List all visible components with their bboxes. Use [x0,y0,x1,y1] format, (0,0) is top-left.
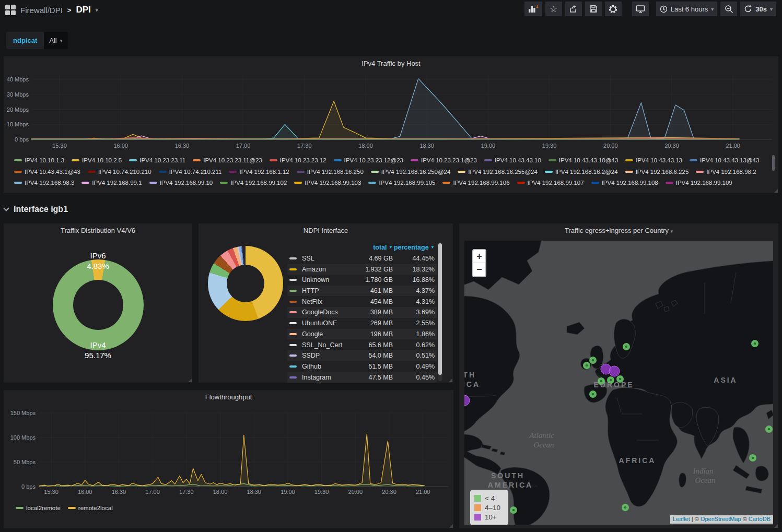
star-button[interactable]: ☆ [545,1,563,17]
panel-title[interactable]: NDPI Interface [199,227,453,234]
table-row[interactable]: Instagram47.5 MB0.45% [287,372,437,383]
legend-item[interactable]: IPV4 10.43.43.13 [625,155,682,165]
legend-item[interactable]: IPV4 10.43.43.13@43 [690,155,759,165]
legend-item[interactable]: IPV4 10.43.43.10 [484,155,541,165]
legend-item[interactable]: IPV4 10.43.43.10@43 [548,155,618,165]
legend-item[interactable]: IPV4 10.23.23.12 [270,155,326,165]
settings-button[interactable] [604,1,622,17]
legend-item[interactable]: IPV4 192.168.16.250@24 [371,167,451,176]
legend-item[interactable]: IPV4 192.168.6.225 [625,167,689,176]
country-marker-green [749,454,756,462]
legend-item[interactable]: IPV4 192.168.99.1 [81,178,142,188]
legend-item[interactable]: IPV4 192.168.99.11@23 [306,189,381,192]
table-row[interactable]: SSL_No_Cert65.6 MB0.62% [287,339,437,350]
world-map[interactable]: EUROPEASIAAFRICASOUTHAMERICANORTHAMERICA… [464,241,773,525]
series-color-swatch [371,171,379,173]
series-color-swatch [16,507,24,509]
legend-item[interactable]: IPV4 192.168.99.102 [220,178,287,188]
legend-item[interactable]: IPV4 192.168.99.109 [666,178,732,188]
table-row[interactable]: NetFlix454 MB4.31% [287,296,437,307]
dashboard-title[interactable]: DPI [76,5,90,15]
row-header-interface-igb1[interactable]: Interface igb1 [4,203,68,216]
legend-item[interactable]: IPV4 192.168.98.3 [14,178,74,188]
panel-title[interactable]: IPv4 Traffic by Host [4,60,778,67]
cartodb-link[interactable]: CartoDB [749,516,771,522]
panel-title[interactable]: Flowthroughput [4,393,453,401]
breadcrumb-folder[interactable]: Firewall/DPI [20,6,63,15]
template-variable-ndpicat[interactable]: ndpicat All▾ [6,32,68,49]
share-button[interactable] [565,1,582,17]
table-scrollbar-thumb[interactable] [438,243,442,375]
table-row[interactable]: Github51.5 MB0.49% [287,361,437,372]
table-row[interactable]: SSL4.69 GB44.45% [287,253,437,264]
table-row[interactable]: HTTP461 MB4.37% [287,286,437,297]
save-button[interactable] [585,1,602,17]
legend-item[interactable]: IPV4 192.168.99.115 [85,189,151,192]
legend-item[interactable]: IPV4 192.168.1.12 [229,167,289,176]
legend-scrollbar[interactable] [772,155,775,171]
legend-item[interactable]: IPV4 192.168.16.2@24 [545,167,618,176]
legend-item[interactable]: IPV4 192.168.16.250 [297,167,364,176]
table-row[interactable]: GoogleDocs389 MB3.69% [287,307,437,318]
column-header-percentage[interactable]: percentage ▼ [393,244,435,251]
zoom-in-button[interactable]: + [473,250,485,263]
table-row[interactable]: Amazon1.932 GB18.32% [287,264,437,275]
legend-item[interactable]: IPV4 10.23.23.12@23 [334,155,403,165]
map-attribution: Leaflet | © OpenStreetMap © CartoDB [670,515,773,524]
panel-title[interactable]: Traffix Distribution V4/V6 [4,227,192,234]
legend-item[interactable]: IPV4 192.168.99.108 [591,178,658,188]
legend-item[interactable]: IPV4 10.23.23.1@23 [411,155,477,165]
legend-item[interactable]: IPV4 192.168.99.120 [389,189,456,192]
donut-hole [227,265,264,302]
legend-item[interactable]: IPV4 192.168.99.10 [149,178,213,188]
zoom-out-button[interactable]: − [473,263,485,276]
legend-item[interactable]: remote2local [68,503,113,513]
chevron-down-icon[interactable]: ▾ [96,7,98,13]
add-panel-button[interactable]: + [524,1,543,17]
legend-item[interactable]: IPV4 192.168.99.122@43 [612,189,692,192]
legend-item[interactable]: IPV4 192.168.98.2 [696,167,756,176]
panel-resize-handle[interactable] [449,379,452,382]
legend-item[interactable]: IPV4 192.168.99.106 [442,178,509,188]
dashboards-grid-icon[interactable] [5,5,16,15]
refresh-button[interactable]: 30s ▾ [740,1,777,17]
zoom-out-button[interactable] [720,1,738,17]
legend-item[interactable]: IPV4 10.23.23.11@23 [193,155,262,165]
table-row[interactable]: UbuntuONE269 MB2.55% [287,318,437,329]
legend-item[interactable]: IPV4 192.168.99.105 [368,178,435,188]
flowthroughput-chart[interactable]: 15:3016:0016:3017:0017:3018:0018:3019:00… [4,390,453,499]
legend-item[interactable]: IPV4 10.10.2.5 [72,155,122,165]
series-label: IPV4 192.168.99.11 [25,191,77,192]
ipv4-traffic-chart[interactable]: 15:3016:0016:3017:0017:3018:0018:3019:00… [4,56,778,152]
legend-item[interactable]: IPV4 192.168.99.121 [463,189,530,192]
leaflet-link[interactable]: Leaflet [673,516,690,522]
panel-resize-handle[interactable] [774,189,778,193]
legend-item[interactable]: local2remote [16,503,61,513]
panel-resize-handle[interactable] [188,379,192,382]
tv-mode-button[interactable] [632,1,649,17]
time-range-picker[interactable]: Last 6 hours ▾ [656,1,718,17]
legend-item[interactable]: IPV4 10.74.210.210 [88,167,151,176]
table-row[interactable]: SSDP54.0 MB0.51% [287,350,437,361]
legend-item[interactable]: IPV4 10.23.23.11 [129,155,185,165]
table-row[interactable]: Google196 MB1.86% [287,329,437,340]
table-scrollbar-track[interactable] [438,242,442,381]
table-row[interactable]: Unknown1.780 GB16.88% [287,275,437,286]
panel-title[interactable]: Traffic egress+ingress per Country ▾ [459,227,778,234]
legend-item[interactable]: IPV4 192.168.99.11 [14,189,77,192]
svg-text:19:30: 19:30 [314,489,329,495]
panel-resize-handle[interactable] [774,524,778,528]
legend-item[interactable]: IPV4 192.168.16.255@24 [458,167,538,176]
panel-resize-handle[interactable] [449,524,453,528]
legend-item[interactable]: IPV4 192.168.99.118 [158,189,225,192]
legend-item[interactable]: IPV4 192.168.99.107 [517,178,584,188]
legend-item[interactable]: IPV4 192.168.99.122 [538,189,604,192]
column-header-total[interactable]: total ▼ [346,244,393,251]
legend-item[interactable]: IPV4 10.10.1.3 [14,155,64,165]
legend-item[interactable]: IPV4 192.168.99.103 [294,178,361,188]
legend-item[interactable]: IPV4 192.168.99.119 [232,189,298,192]
openstreetmap-link[interactable]: OpenStreetMap [701,516,741,522]
legend-item[interactable]: IPV4 10.74.210.211 [159,167,222,176]
legend-item[interactable]: IPV4 10.43.43.1@43 [14,167,80,176]
map-label: SOUTH [491,471,524,480]
